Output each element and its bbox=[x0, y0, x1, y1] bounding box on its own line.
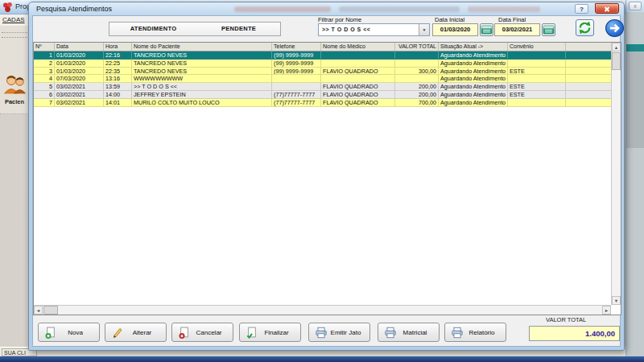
right-window-close-icon[interactable]: x bbox=[629, 2, 642, 10]
table-cell-data: 03/02/2021 bbox=[55, 83, 104, 90]
nova-button[interactable]: Nova bbox=[38, 323, 100, 342]
table-cell-nome: TANCREDO NEVES bbox=[132, 68, 272, 75]
table-cell-valor: 700,00 bbox=[395, 99, 439, 106]
table-row[interactable]: 407/03/202013:16WWWWWWWWWAguardando Aten… bbox=[34, 75, 621, 83]
help-button[interactable]: ? bbox=[575, 4, 588, 14]
background-right-window: x bbox=[625, 0, 644, 356]
table-cell-hora: 14:00 bbox=[104, 91, 132, 98]
menu-item-cadastro[interactable]: CADAS bbox=[2, 16, 25, 23]
table-cell-convenio bbox=[508, 75, 566, 82]
table-cell-valor: 300,00 bbox=[395, 68, 439, 75]
date-start-field[interactable]: 01/03/2020 bbox=[432, 23, 478, 36]
table-cell-convenio bbox=[508, 51, 566, 59]
pesquisa-atendimentos-dialog: Pesquisa Atendimentos ? ATENDIMENTO PEND… bbox=[28, 2, 625, 351]
column-header: Hora bbox=[104, 43, 132, 51]
table-cell-telefone: (77)77777-7777 bbox=[272, 99, 321, 106]
table-cell-hora: 22:35 bbox=[104, 68, 132, 75]
toolbar-item-pacientes[interactable]: Pacien bbox=[1, 72, 28, 113]
total-label: VALOR TOTAL bbox=[546, 316, 586, 323]
table-cell-situacao: Aguardando Atendimento bbox=[439, 83, 508, 90]
table-cell-convenio: ESTE bbox=[508, 83, 566, 90]
table-row[interactable]: 703/02/202114:01MURILO COLTO MUITO LOUCO… bbox=[34, 99, 621, 107]
tab-atendimento[interactable]: ATENDIMENTO bbox=[109, 22, 198, 36]
column-header: Nome do Paciente bbox=[132, 43, 272, 51]
scroll-right-icon[interactable]: ► bbox=[602, 306, 611, 315]
grid-header: NºDataHoraNome do PacienteTelefoneNome d… bbox=[34, 43, 621, 51]
table-cell-nome: >> T O D O S << bbox=[132, 83, 272, 90]
arrow-right-icon bbox=[606, 20, 623, 36]
table-row[interactable]: 101/03/202022:16TANCREDO NEVES(99) 9999-… bbox=[34, 51, 621, 60]
table-cell-situacao: Aguardando Atendimento bbox=[439, 75, 508, 82]
table-cell-medico: FLAVIO QUADRADO bbox=[321, 83, 395, 90]
table-cell-convenio: ESTE bbox=[508, 91, 566, 98]
refresh-button[interactable] bbox=[576, 19, 594, 36]
table-cell-convenio bbox=[508, 60, 566, 67]
calendar-icon[interactable] bbox=[480, 23, 493, 36]
button-label: Emitir Jato bbox=[328, 329, 363, 336]
matricial-button[interactable]: Matricial bbox=[378, 323, 440, 342]
table-cell-data: 01/03/2020 bbox=[55, 68, 104, 75]
date-end-field[interactable]: 03/02/2021 bbox=[494, 23, 540, 36]
alterar-button[interactable]: Alterar bbox=[105, 323, 167, 342]
total-value-field: 1.400,00 bbox=[529, 326, 620, 341]
taskbar[interactable] bbox=[0, 356, 644, 362]
printer-icon bbox=[383, 327, 398, 339]
table-cell-convenio: ESTE bbox=[508, 68, 566, 75]
relatorio-button[interactable]: Relatório bbox=[444, 323, 506, 342]
doc-check-icon bbox=[245, 327, 259, 339]
column-header: Nº bbox=[34, 43, 55, 51]
chevron-down-icon[interactable]: ▼ bbox=[419, 24, 429, 35]
table-cell-telefone: (77)77777-7777 bbox=[272, 91, 321, 98]
table-cell-data: 03/02/2021 bbox=[55, 99, 104, 106]
finalizar-button[interactable]: Finalizar bbox=[239, 323, 301, 342]
cancelar-button[interactable]: Cancelar bbox=[171, 323, 233, 342]
close-button[interactable] bbox=[595, 3, 619, 14]
table-cell-situacao: Aguardando Atendimento bbox=[439, 99, 508, 106]
scroll-left-icon[interactable]: ◄ bbox=[34, 306, 43, 315]
table-cell-num: 3 bbox=[34, 68, 55, 75]
table-cell-valor bbox=[395, 51, 439, 59]
table-cell-num: 5 bbox=[34, 83, 55, 90]
table-cell-situacao: Aguardando Atendimento bbox=[439, 68, 508, 75]
vertical-scrollbar-thumb[interactable] bbox=[612, 52, 621, 70]
tab-pendente[interactable]: PENDENTE bbox=[197, 22, 281, 36]
ghost-text bbox=[468, 6, 540, 12]
table-row[interactable]: 603/02/202114:00JEFFREY EPSTEIN(77)77777… bbox=[34, 91, 621, 99]
filter-label: Filtrar por Nome bbox=[318, 16, 361, 23]
calendar-icon[interactable] bbox=[542, 23, 555, 36]
table-row[interactable]: 301/03/202022:35TANCREDO NEVES(99) 9999-… bbox=[34, 68, 621, 76]
table-cell-data: 07/03/2020 bbox=[55, 75, 104, 82]
table-cell-data: 03/02/2021 bbox=[55, 91, 104, 98]
table-cell-telefone bbox=[272, 83, 321, 90]
column-header: Data bbox=[55, 43, 104, 51]
horizontal-scrollbar-thumb[interactable] bbox=[43, 306, 58, 315]
table-row[interactable]: 503/02/202113:59>> T O D O S <<FLAVIO QU… bbox=[34, 83, 621, 91]
table-cell-hora: 22:25 bbox=[104, 60, 132, 67]
horizontal-scrollbar[interactable]: ◄ ► bbox=[34, 305, 611, 315]
screen: Prog CADAS Pacien SUA CLI x Pesquisa Ate… bbox=[0, 0, 644, 362]
filter-name-dropdown[interactable]: >> T O D O S << ▼ bbox=[318, 23, 430, 36]
scroll-up-icon[interactable]: ▲ bbox=[612, 43, 621, 51]
column-header: Telefone bbox=[272, 43, 321, 51]
doc-cancel-icon bbox=[177, 327, 192, 339]
table-cell-num: 1 bbox=[34, 51, 55, 59]
vertical-scrollbar[interactable]: ▲ ▼ bbox=[611, 43, 621, 305]
column-header: Convênio bbox=[508, 43, 566, 51]
emitir-jato-button[interactable]: Emitir Jato bbox=[308, 323, 370, 342]
button-label: Finalizar bbox=[259, 329, 294, 336]
printer-icon bbox=[450, 327, 464, 339]
go-search-button[interactable] bbox=[605, 19, 624, 37]
app-logo-icon bbox=[2, 2, 13, 13]
table-cell-hora: 14:01 bbox=[104, 99, 132, 106]
grid-rows: 101/03/202022:16TANCREDO NEVES(99) 9999-… bbox=[34, 51, 621, 107]
patients-people-icon bbox=[2, 72, 27, 98]
table-cell-valor: 200,00 bbox=[395, 91, 439, 98]
table-cell-num: 4 bbox=[34, 75, 55, 82]
dialog-titlebar[interactable]: Pesquisa Atendimentos ? bbox=[29, 2, 624, 15]
table-cell-valor bbox=[395, 75, 439, 82]
table-cell-convenio bbox=[508, 99, 566, 106]
button-label: Alterar bbox=[125, 329, 159, 336]
filter-name-value: >> T O D O S << bbox=[322, 27, 370, 32]
table-row[interactable]: 201/03/202022:25TANCREDO NEVES(99) 9999-… bbox=[34, 60, 621, 68]
scroll-down-icon[interactable]: ▼ bbox=[612, 296, 621, 305]
